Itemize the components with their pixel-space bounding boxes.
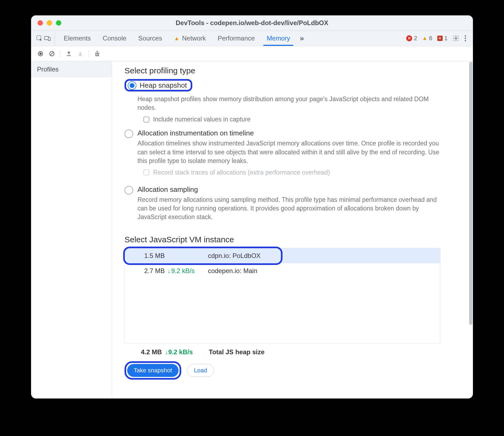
error-count[interactable]: ✕2	[406, 35, 417, 42]
more-menu-button[interactable]	[464, 35, 466, 42]
profiling-option-title: Heap snapshot	[140, 81, 187, 90]
svg-rect-2	[48, 37, 51, 40]
radio-heap-snapshot[interactable]	[128, 81, 136, 90]
panel-body: Profiles Select profiling type Heap snap…	[31, 61, 473, 398]
sidebar-item-profiles[interactable]: Profiles	[31, 61, 112, 77]
svg-point-8	[39, 52, 42, 55]
vm-instance-heading: Select JavaScript VM instance	[125, 235, 465, 244]
vm-instance-table: 1.5 MB cdpn.io: PoLdbOX 2.7 MB ↓9.2 kB/s…	[125, 248, 441, 343]
warning-icon: ▲	[422, 35, 428, 41]
tab-sources[interactable]: Sources	[132, 30, 168, 46]
heap-subcheck[interactable]: Include numerical values in capture	[143, 116, 465, 123]
vm-row-label: codepen.io: Main	[208, 267, 257, 275]
svg-point-3	[455, 37, 457, 39]
error-icon: ✕	[406, 35, 412, 41]
checkbox-icon[interactable]	[143, 117, 149, 122]
vm-instance-row[interactable]: 2.7 MB ↓9.2 kB/s codepen.io: Main	[125, 263, 440, 278]
settings-button[interactable]	[452, 35, 459, 42]
tab-network[interactable]: ▲Network	[168, 30, 212, 46]
checkbox-label: Record stack traces of allocations (extr…	[153, 169, 330, 176]
profiling-option-desc: Allocation timelines show instrumented J…	[137, 139, 440, 165]
highlight-take-snapshot: Take snapshot	[125, 361, 181, 380]
tabstrip-right: ✕2 ▲6 ✕1	[406, 35, 471, 42]
record-button[interactable]	[36, 49, 45, 58]
vm-instance-row[interactable]: 1.5 MB cdpn.io: PoLdbOX	[125, 248, 440, 263]
tab-console[interactable]: Console	[97, 30, 132, 46]
vm-totals: 4.2 MB ↓9.2 kB/s Total JS heap size	[129, 348, 465, 356]
minimize-window-button[interactable]	[47, 20, 52, 26]
profiling-option-desc: Record memory allocations using sampling…	[137, 195, 440, 222]
inspect-tools	[31, 30, 55, 46]
profiling-type-heading: Select profiling type	[125, 66, 465, 75]
memory-toolbar	[31, 46, 473, 61]
highlight-vm-selected	[123, 247, 283, 265]
total-size: 4.2 MB	[129, 348, 162, 356]
panel-tabs: Elements Console Sources ▲Network Perfor…	[58, 30, 296, 46]
memory-main: Select profiling type Heap snapshot Heap…	[112, 61, 473, 398]
profiling-option-heap[interactable]: Heap snapshot	[125, 79, 465, 91]
profiling-option-title: Allocation sampling	[137, 185, 465, 194]
warning-icon: ▲	[174, 36, 179, 41]
tab-performance[interactable]: Performance	[212, 30, 261, 46]
upload-button[interactable]	[64, 49, 73, 58]
devtools-window: DevTools - codepen.io/web-dot-dev/live/P…	[31, 15, 473, 398]
issues-count[interactable]: ✕1	[437, 35, 448, 42]
svg-point-5	[465, 38, 466, 39]
scrollbar[interactable]	[469, 62, 472, 325]
devtools-tabstrip: Elements Console Sources ▲Network Perfor…	[31, 30, 473, 46]
load-button[interactable]: Load	[187, 364, 214, 377]
close-window-button[interactable]	[38, 20, 43, 26]
device-toolbar-icon[interactable]	[44, 35, 51, 42]
garbage-collect-button[interactable]	[93, 49, 102, 58]
warning-count[interactable]: ▲6	[422, 35, 432, 42]
vm-row-rate: ↓9.2 kB/s	[167, 267, 208, 275]
down-arrow-icon: ↓	[167, 267, 171, 275]
down-arrow-icon: ↓	[165, 348, 168, 356]
window-titlebar: DevTools - codepen.io/web-dot-dev/live/P…	[31, 15, 473, 30]
timeline-subcheck[interactable]: Record stack traces of allocations (extr…	[143, 169, 465, 176]
toolbar-separator	[60, 50, 61, 57]
svg-point-4	[465, 35, 466, 36]
clear-button[interactable]	[47, 49, 56, 58]
inspect-element-icon[interactable]	[36, 35, 43, 42]
highlight-heap-snapshot: Heap snapshot	[125, 79, 192, 91]
tabs-overflow-button[interactable]: »	[296, 34, 308, 43]
tab-memory[interactable]: Memory	[261, 30, 296, 46]
profiles-sidebar: Profiles	[31, 61, 112, 398]
checkbox-icon[interactable]	[143, 169, 149, 175]
svg-point-6	[465, 40, 466, 41]
profiling-option-desc: Heap snapshot profiles show memory distr…	[137, 95, 440, 112]
vm-row-size: 2.7 MB	[130, 267, 167, 275]
profiling-option-title: Allocation instrumentation on timeline	[137, 129, 465, 137]
checkbox-label: Include numerical values in capture	[153, 116, 251, 123]
profiling-option-timeline[interactable]: Allocation instrumentation on timeline A…	[125, 129, 465, 182]
toolbar-separator	[89, 50, 89, 57]
memory-actions: Take snapshot Load	[125, 361, 465, 380]
radio-allocation-sampling[interactable]	[125, 186, 133, 195]
tab-elements[interactable]: Elements	[58, 30, 97, 46]
download-button[interactable]	[76, 49, 85, 58]
vm-table-empty	[125, 278, 440, 343]
total-label: Total JS heap size	[209, 348, 264, 356]
radio-allocation-timeline[interactable]	[125, 130, 133, 138]
svg-line-10	[51, 52, 53, 55]
profiling-option-sampling[interactable]: Allocation sampling Record memory alloca…	[125, 185, 465, 225]
window-title: DevTools - codepen.io/web-dot-dev/live/P…	[176, 19, 328, 27]
window-controls	[38, 20, 61, 26]
take-snapshot-button[interactable]: Take snapshot	[127, 364, 179, 377]
maximize-window-button[interactable]	[56, 20, 61, 26]
issue-icon: ✕	[437, 36, 443, 41]
total-rate: ↓9.2 kB/s	[165, 348, 206, 356]
